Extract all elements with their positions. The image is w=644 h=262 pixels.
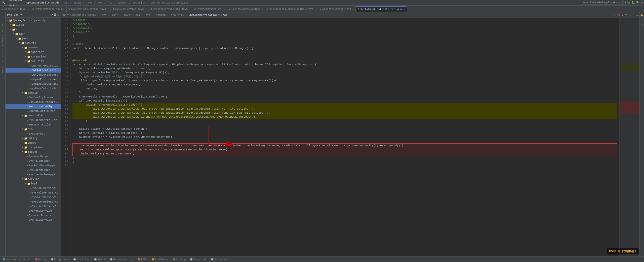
jrebel-toggle[interactable]: JRebel bbox=[2, 65, 4, 73]
tree-item-common[interactable]: ▼📁 common bbox=[6, 45, 61, 50]
tree-item-constant[interactable]: ▼📁 constant bbox=[6, 50, 61, 54]
bottom-btn-endpoints[interactable]: Endpoints bbox=[50, 258, 70, 261]
tree-item-ossconfigproperties[interactable]: ● OssConfigProperties bbox=[6, 100, 61, 104]
bottom-btn-dependencies[interactable]: Dependencies bbox=[109, 258, 134, 261]
breadcrumb-java[interactable]: java bbox=[123, 13, 131, 17]
project-sidebar-toggle[interactable]: Project bbox=[2, 22, 4, 32]
breadcrumb-file[interactable]: JwtAuthenticationFilter bbox=[189, 13, 228, 17]
breadcrumb-main[interactable]: main bbox=[111, 13, 119, 17]
tree-item-exception[interactable]: ▼📁 exception bbox=[6, 54, 61, 59]
tree-item-entity[interactable]: ▶📁 entity bbox=[6, 136, 61, 141]
menu-item-refactor[interactable]: Refactor bbox=[8, 0, 24, 3]
tree-item-com.ftz[interactable]: ▼📁 com.ftz bbox=[6, 41, 61, 45]
tree-item-src[interactable]: ▼📁 src bbox=[6, 27, 61, 32]
minimap[interactable] bbox=[619, 18, 639, 256]
tree-item-sysroleserviceimpl[interactable]: ● SysRoleServiceImpl bbox=[6, 195, 61, 200]
tree-item-myuserdetailsserviceimpl[interactable]: ● MyUserDetailsServiceImpl bbox=[6, 86, 61, 91]
tree-item-jwtlogoutsuccesshandler[interactable]: ● JwtLogoutSuccessHandler bbox=[6, 73, 61, 77]
tree-item-cosconfigproperties[interactable]: ● CosConfigProperties bbox=[6, 95, 61, 100]
tree-item-main[interactable]: ▼📁 main bbox=[6, 32, 61, 36]
code-line-61: case JwtConstant.JWT_ERRCODE_NULL:throw … bbox=[72, 107, 617, 111]
tab-userutils[interactable]: JUserUtils.java✕ bbox=[0, 6, 30, 12]
tab-sysuserservice[interactable]: JSysUserService.java✕ bbox=[110, 6, 148, 12]
tree-item-sysuserroleserviceimpl[interactable]: ● SysUserRoleServiceImpl bbox=[6, 200, 61, 204]
sidebar-actions[interactable]: ⟳ ☰ ⚙ bbox=[51, 13, 59, 16]
tree-item-java[interactable]: ▼📁 java bbox=[6, 36, 61, 41]
bottom-btn-problems[interactable]: Problems bbox=[151, 258, 169, 261]
bottom-btn-spring[interactable]: Spring bbox=[172, 258, 187, 261]
tree-item-enums[interactable]: ▶📁 enums bbox=[6, 141, 61, 145]
tree-item-config[interactable]: ▼📁 config bbox=[6, 91, 61, 95]
tree-item-sysmenuservice[interactable]: ● SysMenuService bbox=[6, 209, 61, 213]
bottom-btn-services[interactable]: Services bbox=[210, 258, 228, 261]
tree-item-sysusercontroller[interactable]: ● SysUserController bbox=[6, 118, 61, 122]
bottom-btn-version-control[interactable]: Version Control bbox=[2, 258, 31, 261]
tree-item-jwtauthenticationfilter[interactable]: ● JwtAuthenticationFilter bbox=[6, 68, 61, 73]
tab-sysusermapper.xml[interactable]: XSysUserMapper.xml✕ bbox=[192, 6, 227, 12]
structure-toggle[interactable]: Structure bbox=[2, 50, 4, 62]
tab-sysuserroleservice[interactable]: JSysUserRoleService.java✕ bbox=[67, 6, 110, 12]
debug-btn[interactable]: 🐛 bbox=[631, 1, 635, 5]
tab-jwtauthenticationfilter[interactable]: JJwtAuthenticationFilter.java✕ bbox=[356, 6, 407, 12]
bottom-btn-todo[interactable]: TODO bbox=[137, 258, 148, 261]
tree-item-service[interactable]: ▼📁 service bbox=[6, 177, 61, 181]
tree-item-testcontroller[interactable]: ● TestController bbox=[6, 122, 61, 127]
window-project: SpringSecurity-study bbox=[26, 1, 60, 4]
sync-icon[interactable]: ⟳ bbox=[51, 13, 53, 16]
breadcrumb-ftz[interactable]: ftz bbox=[145, 13, 151, 17]
bottom-btn-terminal[interactable]: Terminal bbox=[189, 258, 207, 261]
breadcrumb-com[interactable]: com bbox=[135, 13, 141, 17]
breadcrumb-common[interactable]: common bbox=[155, 13, 167, 17]
tree-item-dto[interactable]: ▼📁 dto bbox=[6, 127, 61, 132]
tree-item-sysusermapper[interactable]: ● SysUserMapper bbox=[6, 168, 61, 172]
settings-btn[interactable]: ⚙ bbox=[641, 1, 642, 4]
settings-icon[interactable]: ⚙ bbox=[57, 13, 59, 16]
tree-item-impl[interactable]: ▼📁 impl bbox=[6, 181, 61, 186]
breadcrumb-src[interactable]: src bbox=[101, 13, 107, 17]
fold-btn[interactable]: ⌃ bbox=[633, 13, 634, 17]
tree-item-sysuserdto[interactable]: ● SysUserDto bbox=[6, 132, 61, 136]
tree-item-sysmenuservice[interactable]: ● SysMenuService bbox=[6, 213, 61, 218]
tree-item-sysuserserviceimpl[interactable]: ● SysUserServiceImpl bbox=[6, 204, 61, 209]
tree-item-security[interactable]: ▼📁 security bbox=[6, 59, 61, 63]
tree-item-securityconfig[interactable]: ● SecurityConfig bbox=[6, 104, 61, 109]
editor-area: SpringSecurity-study › src › main › java… bbox=[61, 12, 639, 256]
code-wrapper[interactable]: "/logout", "/captcha", "/password", "/im… bbox=[70, 18, 619, 256]
tree-item-sysrolemapper[interactable]: ● SysRoleMapper bbox=[6, 159, 61, 163]
tree-item-controller[interactable]: ▼📁 controller bbox=[6, 113, 61, 118]
run-config-label[interactable]: Java1234Admin3Application (1) bbox=[581, 1, 628, 5]
notifications-icon[interactable]: 🔔 bbox=[641, 13, 643, 18]
breadcrumb-root[interactable]: SpringSecurity-study bbox=[62, 13, 97, 17]
tab-myuserdetailsserviceimpl[interactable]: JMyUserDetailsServiceImpl.java✕ bbox=[265, 6, 318, 12]
tree-item-sysuserrolemapper[interactable]: ● SysUserRoleMapper bbox=[6, 172, 61, 177]
search-btn[interactable]: 🔍 bbox=[636, 1, 640, 4]
tree-item-jwtauthenticationentrypoint[interactable]: ● JwtAuthenticationEntryPoint bbox=[6, 63, 61, 68]
tree-item-.idea[interactable]: ▼📁 .idea bbox=[6, 23, 61, 27]
tree-item-sysroleservice[interactable]: ● SysRoleService bbox=[6, 218, 61, 222]
bottom-btn-profiler[interactable]: Profiler bbox=[73, 258, 91, 261]
tree-item-springsecurity-study[interactable]: ▼📁 SpringSecurity-study bbox=[6, 18, 61, 23]
bottom-btn-debug[interactable]: Debug bbox=[34, 258, 47, 261]
vcs-icon[interactable]: V bbox=[641, 19, 643, 22]
bookmarks-toggle[interactable]: Bookmarks bbox=[2, 35, 4, 47]
tree-item-loginsuccesshandler[interactable]: ● LoginSuccessHandler bbox=[6, 82, 61, 86]
tree-item-mapper[interactable]: ▼📁 mapper bbox=[6, 150, 61, 154]
tree-item-exception[interactable]: ▶📁 exception bbox=[6, 145, 61, 150]
tree-item-loginfailurehandler[interactable]: ● LoginFailureHandler bbox=[6, 77, 61, 82]
tree-item-sysrolemenuserviceimpl[interactable]: ● SysRoleMenuServiceImpl bbox=[6, 190, 61, 195]
tree-item-webappconfigurer[interactable]: ● WebAppConfigurer bbox=[6, 109, 61, 113]
code-view[interactable]: "/logout", "/captcha", "/password", "/im… bbox=[70, 18, 619, 168]
run-btn[interactable]: ▶ bbox=[629, 1, 631, 5]
gradle-icon[interactable]: G bbox=[641, 23, 643, 26]
expand-btn[interactable]: ⌄ bbox=[636, 13, 638, 17]
tab-loginsuccesshandler[interactable]: JLoginSuccessHandler✕ bbox=[227, 6, 265, 12]
tree-item-sysmenumapper[interactable]: ● SysMenuMapper bbox=[6, 154, 61, 159]
bottom-btn-build[interactable]: Build bbox=[94, 258, 106, 261]
tree-item-sysrolemenumapper[interactable]: ● SysRoleMenuMapper bbox=[6, 163, 61, 168]
breadcrumb-security[interactable]: security bbox=[170, 13, 185, 17]
tab-securityconfig[interactable]: JSecurityConfig.java✕ bbox=[318, 6, 356, 12]
tab-sysusermapper[interactable]: JSysUserMapper.java✕ bbox=[30, 6, 66, 12]
collapse-icon[interactable]: ☰ bbox=[54, 13, 56, 16]
tree-item-sysmenuserviceimpl[interactable]: ● SysMenuServiceImpl bbox=[6, 186, 61, 190]
tab-sysuserserviceimpl[interactable]: JSysUserServiceImpl.java✕ bbox=[148, 6, 192, 12]
